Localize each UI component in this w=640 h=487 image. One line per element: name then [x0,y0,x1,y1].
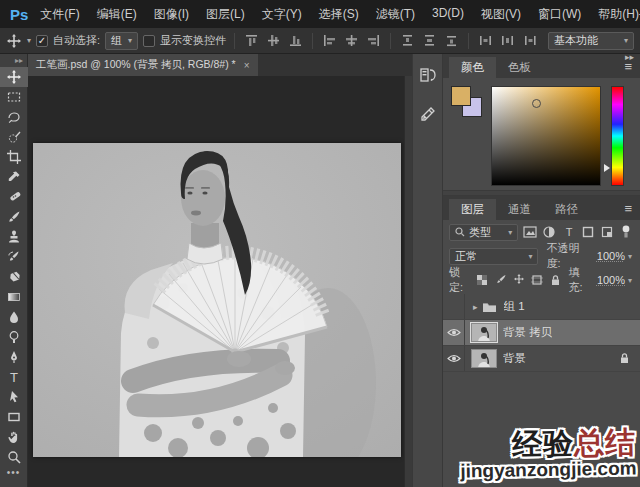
tool-history-brush[interactable] [0,247,28,267]
fill-dropdown[interactable]: 100%▾ [595,272,634,289]
canvas-vertical-scrollbar[interactable] [404,76,412,487]
document-tab[interactable]: 工笔画.psd @ 100% (背景 拷贝, RGB/8#) * × [28,54,258,76]
menu-filter[interactable]: 滤镜(T) [376,6,415,23]
menu-type[interactable]: 文字(Y) [262,6,302,23]
show-transform-checkbox[interactable]: ✓ [143,35,155,47]
tool-brush[interactable] [0,207,28,227]
blend-mode-dropdown[interactable]: 正常▾ [449,248,538,265]
layer-thumbnail[interactable] [471,349,497,368]
tab-layers[interactable]: 图层 [449,199,496,220]
chevron-down-icon: ▾ [128,36,132,45]
filter-type-layers-icon[interactable]: T [561,224,576,240]
tool-blur[interactable] [0,307,28,327]
menu-file[interactable]: 文件(F) [40,6,79,23]
tab-color[interactable]: 颜色 [449,57,496,78]
tab-swatches[interactable]: 色板 [496,57,543,78]
visibility-toggle-empty[interactable] [443,294,465,319]
filter-toggle-icon[interactable] [619,224,634,240]
hue-slider[interactable] [611,86,624,186]
align-left-edges-icon[interactable] [321,33,338,48]
align-top-edges-icon[interactable] [243,33,260,48]
layer-name[interactable]: 组 1 [504,299,525,314]
layer-name[interactable]: 背景 拷贝 [503,325,552,340]
lock-artboard-icon[interactable] [530,272,544,288]
auto-select-checkbox[interactable]: ✓ [36,35,48,47]
lock-transparent-pixels-icon[interactable] [475,272,489,288]
tool-gradient[interactable] [0,287,28,307]
tool-quick-selection[interactable] [0,127,28,147]
distribute-vertical-centers-icon[interactable] [421,33,438,48]
tool-lasso[interactable] [0,107,28,127]
canvas-workspace[interactable] [28,76,412,487]
auto-select-dropdown[interactable]: 组▾ [105,32,138,50]
menu-view[interactable]: 视图(V) [481,6,521,23]
tab-paths[interactable]: 路径 [543,199,590,220]
tool-path-selection[interactable] [0,387,28,407]
tool-eraser[interactable] [0,267,28,287]
visibility-toggle[interactable] [443,320,465,345]
tool-pen[interactable] [0,347,28,367]
align-right-edges-icon[interactable] [365,33,382,48]
lock-all-icon[interactable] [548,272,562,288]
layer-row-background-copy[interactable]: 背景 拷贝 [443,320,640,346]
visibility-toggle[interactable] [443,346,465,371]
distribute-horizontal-centers-icon[interactable] [499,33,516,48]
menu-layer[interactable]: 图层(L) [206,6,245,23]
tool-move[interactable] [0,67,28,87]
layer-thumbnail[interactable] [471,323,497,342]
foreground-color-swatch[interactable] [451,86,471,106]
menu-select[interactable]: 选择(S) [319,6,359,23]
hue-slider-arrow-icon[interactable] [604,164,610,172]
layers-panel-tabs: 图层 通道 路径 ≡ [443,196,640,220]
toolbar-overflow-icon[interactable]: ••• [0,467,27,478]
distribute-left-edges-icon[interactable] [477,33,494,48]
filter-adjustment-layers-icon[interactable] [542,224,557,240]
svg-text:T: T [565,226,572,238]
tool-zoom[interactable] [0,447,28,467]
tool-preset-caret-icon[interactable]: ▾ [27,36,31,45]
layer-filter-type-dropdown[interactable]: 类型 ▾ [449,224,518,241]
align-horizontal-centers-icon[interactable] [343,33,360,48]
tool-rectangular-marquee[interactable] [0,87,28,107]
properties-panel-icon[interactable] [419,105,437,126]
filter-pixel-layers-icon[interactable] [522,224,537,240]
color-picker-marker[interactable] [532,99,541,108]
menu-window[interactable]: 窗口(W) [538,6,581,23]
lock-position-icon[interactable] [512,272,526,288]
align-bottom-edges-icon[interactable] [287,33,304,48]
filter-shape-layers-icon[interactable] [580,224,595,240]
menu-image[interactable]: 图像(I) [154,6,189,23]
tool-hand[interactable] [0,427,28,447]
align-vertical-centers-icon[interactable] [265,33,282,48]
tab-channels[interactable]: 通道 [496,199,543,220]
filter-smart-objects-icon[interactable] [599,224,614,240]
tool-rectangle-shape[interactable] [0,407,28,427]
workspace-switcher[interactable]: 基本功能▾ [548,32,634,50]
lock-image-pixels-icon[interactable] [494,272,508,288]
menu-help[interactable]: 帮助(H) [598,6,639,23]
distribute-top-edges-icon[interactable] [399,33,416,48]
menu-edit[interactable]: 编辑(E) [97,6,137,23]
layer-row-group1[interactable]: ▸ 组 1 [443,294,640,320]
opacity-dropdown[interactable]: 100%▾ [595,248,634,265]
tool-spot-healing-brush[interactable] [0,187,28,207]
tool-dodge[interactable] [0,327,28,347]
distribute-right-edges-icon[interactable] [521,33,538,48]
layer-name[interactable]: 背景 [503,351,526,366]
canvas-image[interactable] [33,143,401,457]
history-panel-icon[interactable] [419,66,437,87]
tool-type[interactable]: T [0,367,28,387]
document-tab-bar: 工笔画.psd @ 100% (背景 拷贝, RGB/8#) * × [28,54,412,76]
dock-collapse-icon[interactable]: ▸▸ [625,52,634,62]
tab-close-icon[interactable]: × [244,60,250,71]
tool-eyedropper[interactable] [0,167,28,187]
toolbar-collapse-icon[interactable]: ▸▸ [0,54,27,67]
distribute-bottom-edges-icon[interactable] [443,33,460,48]
menu-3d[interactable]: 3D(D) [432,6,464,23]
panel-menu-icon[interactable]: ≡ [624,201,632,216]
tool-clone-stamp[interactable] [0,227,28,247]
group-expand-icon[interactable]: ▸ [473,302,478,312]
tool-crop[interactable] [0,147,28,167]
saturation-brightness-field[interactable] [491,86,601,186]
layer-row-background[interactable]: 背景 [443,346,640,372]
